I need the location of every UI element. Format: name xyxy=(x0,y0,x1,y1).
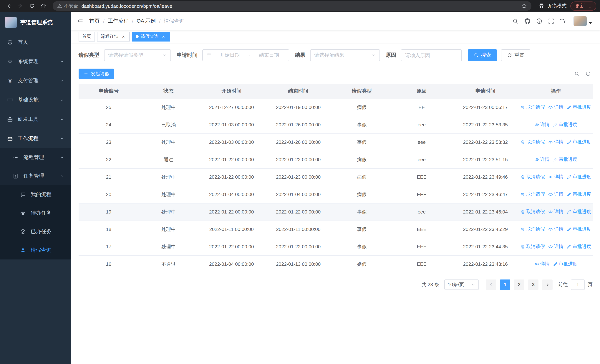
search-button-label: 搜索 xyxy=(481,52,491,59)
page-button-3[interactable]: 3 xyxy=(528,279,538,290)
detail-button[interactable]: 详情 xyxy=(548,226,563,233)
goto-page-input[interactable] xyxy=(571,279,585,290)
cell-apply-id: 22 xyxy=(79,151,139,168)
address-bar[interactable]: 不安全 dashboard.yudao.iocoder.cn/bpm/oa/le… xyxy=(53,1,531,11)
create-leave-button[interactable]: 发起请假 xyxy=(79,69,114,79)
cell-start-time: 2021-12-27 00:00:00 xyxy=(198,99,265,116)
breadcrumb-oa-example[interactable]: OA 示例 xyxy=(137,18,156,24)
tab-home[interactable]: 首页 xyxy=(79,32,95,41)
sidebar-item-leave-query[interactable]: 请假查询 xyxy=(0,241,71,260)
close-icon[interactable]: × xyxy=(121,34,126,39)
approval-progress-button[interactable]: 审批进度 xyxy=(567,191,591,197)
filter-form: 请假类型 请选择请假类型 申请时间 开始日期 - 结束日期 xyxy=(79,49,593,61)
header-search-button[interactable] xyxy=(510,12,521,30)
detail-button[interactable]: 详情 xyxy=(548,243,563,250)
fullscreen-button[interactable] xyxy=(545,12,557,30)
page-size-select[interactable]: 10条/页 xyxy=(444,279,479,290)
detail-button[interactable]: 详情 xyxy=(548,209,563,215)
approval-progress-button[interactable]: 审批进度 xyxy=(553,121,577,128)
detail-button[interactable]: 详情 xyxy=(548,174,563,180)
detail-button[interactable]: 详情 xyxy=(534,156,550,163)
approval-progress-button[interactable]: 审批进度 xyxy=(567,139,591,145)
sidebar-collapse-button[interactable] xyxy=(77,18,83,24)
site-security-chip[interactable]: 不安全 xyxy=(57,3,78,9)
close-icon[interactable]: × xyxy=(161,34,166,39)
approval-progress-button[interactable]: 审批进度 xyxy=(553,261,577,267)
forward-button[interactable] xyxy=(15,1,25,11)
leave-type-select[interactable]: 请选择请假类型 xyxy=(104,49,171,61)
cancel-leave-button[interactable]: 取消请假 xyxy=(521,139,545,145)
sidebar-item-system[interactable]: 系统管理 xyxy=(0,52,71,71)
font-size-button[interactable] xyxy=(557,12,569,30)
cell-apply-time: 2022-01-23 00:06:17 xyxy=(452,99,519,116)
tab-process-detail[interactable]: 流程详情 × xyxy=(97,32,130,41)
user-menu[interactable] xyxy=(569,16,595,26)
pagination-goto: 前往 页 xyxy=(558,279,593,290)
filter-label: 请假类型 xyxy=(79,52,104,59)
page-button-2[interactable]: 2 xyxy=(514,279,525,290)
approval-progress-label: 审批进度 xyxy=(573,191,591,197)
page-button-1[interactable]: 1 xyxy=(500,279,510,290)
cancel-leave-button[interactable]: 取消请假 xyxy=(521,191,545,197)
sidebar-item-home[interactable]: 首页 xyxy=(0,33,71,52)
edit-pen-icon xyxy=(567,192,572,197)
cancel-leave-button[interactable]: 取消请假 xyxy=(521,226,545,233)
approval-progress-button[interactable]: 审批进度 xyxy=(567,209,591,215)
table-header-row: 申请编号 状态 开始时间 结束时间 请假类型 原因 申请时间 操作 xyxy=(79,84,593,99)
approval-progress-button[interactable]: 审批进度 xyxy=(567,243,591,250)
cancel-leave-button[interactable]: 取消请假 xyxy=(521,174,545,180)
sidebar-item-workflow[interactable]: 工作流程 xyxy=(0,129,71,148)
reload-button[interactable] xyxy=(27,1,37,11)
approval-progress-button[interactable]: 审批进度 xyxy=(553,156,577,163)
reason-input[interactable] xyxy=(401,50,461,61)
docs-help-button[interactable] xyxy=(533,12,545,30)
breadcrumb-home[interactable]: 首页 xyxy=(89,18,100,24)
page-unit-label: 页 xyxy=(588,281,593,288)
task-submenu: 我的流程 待办任务 已办任务 请假查询 xyxy=(0,185,71,260)
cancel-leave-button[interactable]: 取消请假 xyxy=(521,243,545,250)
approval-progress-button[interactable]: 审批进度 xyxy=(567,226,591,233)
cancel-leave-button[interactable]: 取消请假 xyxy=(521,104,545,111)
bookmark-star-button[interactable] xyxy=(521,3,527,9)
eye-icon xyxy=(548,192,553,197)
back-arrow-icon xyxy=(6,3,12,9)
sidebar-item-done-tasks[interactable]: 已办任务 xyxy=(0,222,71,241)
sidebar-item-my-processes[interactable]: 我的流程 xyxy=(0,185,71,204)
detail-button[interactable]: 详情 xyxy=(548,191,563,197)
detail-button[interactable]: 详情 xyxy=(534,261,550,267)
result-select[interactable]: 请选择流结果 xyxy=(310,49,380,61)
home-button[interactable] xyxy=(38,1,48,11)
toggle-search-button[interactable] xyxy=(574,71,580,77)
breadcrumb-workflow[interactable]: 工作流程 xyxy=(108,18,129,24)
back-button[interactable] xyxy=(4,1,14,11)
reset-button[interactable]: 重置 xyxy=(501,49,530,61)
sidebar-item-process-management[interactable]: 流程管理 xyxy=(0,148,71,167)
refresh-table-button[interactable] xyxy=(585,71,591,77)
app-logo[interactable]: 芋道管理系统 xyxy=(0,12,71,33)
approval-progress-button[interactable]: 审批进度 xyxy=(567,104,591,111)
edit-pen-icon xyxy=(567,105,572,110)
filter-result: 结果 请选择流结果 xyxy=(295,49,380,61)
github-link-button[interactable] xyxy=(521,12,533,30)
row-actions: 取消请假 详情 审批进度 xyxy=(519,139,593,145)
sidebar-item-infrastructure[interactable]: 基础设施 xyxy=(0,90,71,110)
cell-reason: EEE xyxy=(392,221,452,238)
search-button[interactable]: 搜索 xyxy=(468,49,497,61)
prev-page-button[interactable] xyxy=(486,279,496,290)
detail-button[interactable]: 详情 xyxy=(548,104,563,111)
url-text[interactable]: dashboard.yudao.iocoder.cn/bpm/oa/leave xyxy=(81,3,518,9)
cancel-leave-button[interactable]: 取消请假 xyxy=(521,209,545,215)
sidebar-item-devtools[interactable]: 研发工具 xyxy=(0,110,71,129)
detail-label: 详情 xyxy=(554,104,563,111)
sidebar-item-payment[interactable]: ¥ 支付管理 xyxy=(0,71,71,90)
next-page-button[interactable] xyxy=(542,279,553,290)
sidebar-item-task-management[interactable]: 任务管理 xyxy=(0,167,71,185)
browser-update-button[interactable]: 更新 xyxy=(570,1,596,10)
date-range-picker[interactable]: 开始日期 - 结束日期 xyxy=(202,49,289,61)
approval-progress-button[interactable]: 审批进度 xyxy=(567,174,591,180)
tab-leave-query[interactable]: 请假查询 × xyxy=(132,32,170,41)
detail-button[interactable]: 详情 xyxy=(534,121,550,128)
sidebar-item-todo-tasks[interactable]: 待办任务 xyxy=(0,204,71,222)
search-icon xyxy=(512,18,519,24)
detail-button[interactable]: 详情 xyxy=(548,139,563,145)
